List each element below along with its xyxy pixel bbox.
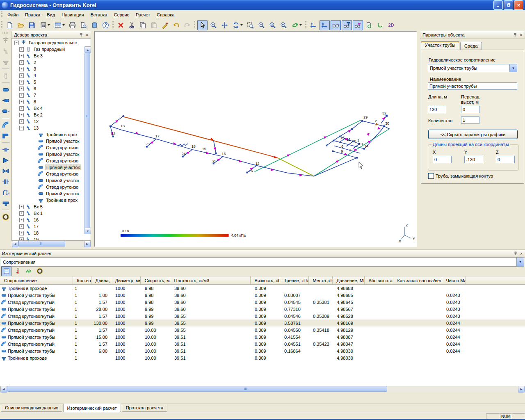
tree-horizontal-scrollbar[interactable]: ◀ ▶ (11, 241, 91, 247)
tree-expander-plus[interactable]: + (19, 113, 24, 117)
column-header-10[interactable]: Абс.высота, м (364, 276, 393, 285)
open-folder-button[interactable] (16, 20, 26, 30)
pin-icon[interactable] (78, 32, 84, 38)
redo-button[interactable] (182, 20, 192, 30)
cone-tool-button[interactable] (1, 155, 11, 165)
column-header-7[interactable]: Трение, кПа (280, 276, 308, 285)
table-row[interactable]: Прямой участок трубы11.0010009.9839.600.… (0, 292, 525, 299)
tree-item-0[interactable]: −Газораспределительнс (12, 39, 85, 46)
length-field[interactable] (428, 106, 446, 113)
tree-item-3[interactable]: +2 (12, 59, 85, 66)
pin-icon[interactable] (513, 251, 518, 256)
toolbar-grip[interactable] (2, 32, 9, 34)
column-header-12[interactable]: Число Маха (442, 276, 466, 285)
menu-item-navigation[interactable]: Навигация (58, 11, 87, 18)
tree-expander-plus[interactable]: + (19, 73, 24, 78)
tree-item-19[interactable]: Прямой участок (12, 164, 85, 171)
tree-item-2[interactable]: +Вх 3 (12, 52, 85, 59)
edit-wand-button[interactable] (160, 20, 170, 30)
rotate-button[interactable] (231, 20, 244, 30)
menu-item-edit[interactable]: Правка (22, 11, 43, 18)
tree-item-29[interactable]: +18 (12, 230, 85, 236)
chevron-down-icon[interactable] (62, 24, 65, 26)
tee-tool-button[interactable] (1, 57, 11, 67)
table-row[interactable]: Тройник в проходе1100010.0039.510.3094.9… (0, 354, 525, 361)
column-header-5[interactable]: Плотность, кг/м3 (170, 276, 250, 285)
flat-2d-button[interactable]: 2D (386, 20, 396, 30)
tree-expander-minus[interactable]: − (14, 41, 19, 45)
refresh-button[interactable] (375, 20, 385, 30)
close-icon[interactable]: × (518, 32, 524, 38)
hatch-lines-view-button[interactable] (23, 266, 34, 276)
menu-item-view[interactable]: Вид (43, 11, 58, 18)
zoom-previous-button[interactable] (278, 20, 289, 30)
tree-expander-plus[interactable]: + (19, 60, 24, 65)
thermometer-view-button[interactable] (12, 266, 23, 276)
tree-item-13[interactable]: −13 (12, 125, 85, 131)
proj-z-field[interactable] (496, 156, 515, 163)
column-header-9[interactable]: Давление, МПа (332, 276, 364, 285)
tree-item-26[interactable]: +Вх 1 (12, 210, 85, 217)
tree-item-14[interactable]: Тройник в прох (12, 131, 85, 138)
tree-item-23[interactable]: Прямой участок (12, 190, 85, 197)
tree-item-11[interactable]: +Вх 2 (12, 112, 85, 118)
tree-item-9[interactable]: +8 (12, 98, 85, 105)
column-header-3[interactable]: Диаметр, мм (111, 276, 140, 285)
view-glasses-button[interactable] (331, 20, 341, 30)
resistance-select[interactable]: Прямой участок трубы ▼ (428, 64, 517, 72)
hide-graphics-params-button[interactable]: << Скрыть параметры графики (428, 130, 518, 139)
help-button[interactable]: ? (100, 20, 111, 30)
menu-item-calculation[interactable]: Расчет (132, 11, 153, 18)
valve-tool-button[interactable] (1, 166, 11, 176)
ring-tool-button[interactable] (1, 212, 11, 222)
scroll-right-icon[interactable]: ▶ (518, 386, 525, 393)
tree-expander-plus[interactable]: + (19, 231, 24, 235)
chevron-down-icon[interactable]: ▼ (516, 258, 524, 266)
calculator-button[interactable] (38, 20, 52, 30)
height-drop-field[interactable] (461, 106, 479, 113)
zoom-out-button[interactable] (256, 20, 267, 30)
axes-free-button[interactable] (308, 20, 319, 30)
menu-item-help[interactable]: Справка (153, 11, 178, 18)
tree-item-4[interactable]: +3 (12, 66, 85, 72)
tree-item-15[interactable]: Прямой участок (12, 138, 85, 144)
tree-expander-plus[interactable]: + (19, 205, 24, 209)
tree-expander-minus[interactable]: − (19, 126, 24, 130)
undo-button[interactable] (171, 20, 181, 30)
menu-item-file[interactable]: Файл (4, 11, 22, 18)
tree-item-12[interactable]: +12 (12, 118, 85, 125)
column-header-11[interactable]: Кав.запас насоса/ветви, м (393, 276, 442, 285)
tree-expander-plus[interactable]: + (19, 100, 24, 104)
orifice-tool-button[interactable] (1, 145, 11, 155)
new-doc-button[interactable] (5, 20, 15, 30)
menu-item-service[interactable]: Сервис (110, 11, 132, 18)
chevron-down-icon[interactable] (240, 24, 243, 26)
tree-expander-plus[interactable]: + (19, 47, 24, 52)
tree-expander-plus[interactable]: + (19, 93, 24, 98)
table-row[interactable]: Тройник в проходе110009.9839.600.3094.98… (0, 285, 525, 292)
tree-item-1[interactable]: +Газ природный (12, 46, 85, 52)
tee-fitting-tool-button[interactable] (1, 198, 11, 208)
column-header-8[interactable]: Местн.,кПа (308, 276, 332, 285)
pipe-out-tool-button[interactable] (1, 106, 11, 116)
results-category-select[interactable]: Сопротивления ▼ (1, 257, 524, 267)
table-row[interactable]: Отвод крутоизогнутый11.5710009.9839.600.… (0, 299, 525, 306)
bottom-tab-0[interactable]: Список исходных данных (1, 404, 62, 412)
scroll-right-icon[interactable]: ▶ (84, 241, 91, 247)
scroll-down-icon[interactable]: ▼ (84, 228, 91, 234)
tab-medium[interactable]: Среда (460, 42, 482, 50)
tree-vertical-scrollbar[interactable]: ▲ ▼ (84, 46, 90, 234)
tree-item-7[interactable]: +6 (12, 85, 85, 92)
tree-expander-plus[interactable]: + (19, 87, 24, 91)
save-button[interactable] (27, 20, 37, 30)
scroll-left-icon[interactable]: ◀ (0, 386, 7, 393)
tree-item-25[interactable]: +Вх 5 (12, 203, 85, 210)
restore-button[interactable] (504, 0, 513, 10)
column-header-1[interactable]: Кол-во (73, 276, 91, 285)
network-tool-button[interactable] (1, 36, 11, 46)
close-icon[interactable]: × (84, 32, 90, 38)
paste-button[interactable] (149, 20, 159, 30)
pipe-in-tool-button[interactable] (1, 96, 11, 105)
closing-loop-checkbox[interactable] (428, 173, 434, 179)
delete-red-x-button[interactable] (116, 20, 126, 30)
